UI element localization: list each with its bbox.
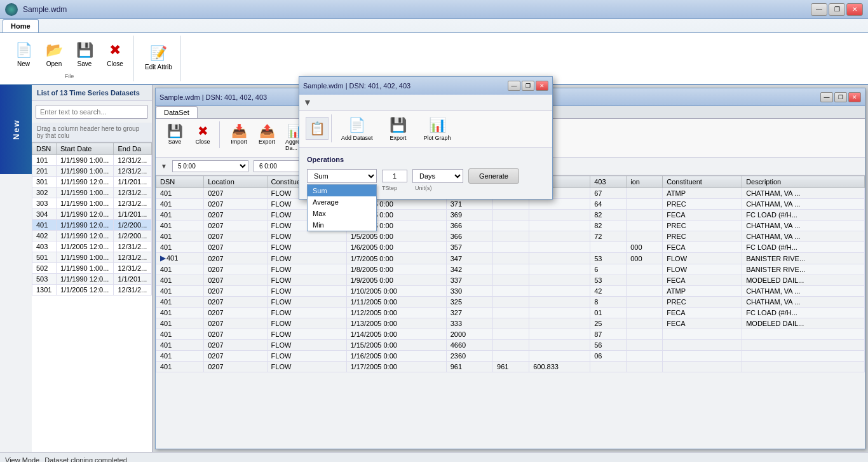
cell-location: 0207 bbox=[204, 199, 267, 210]
search-input[interactable] bbox=[36, 105, 148, 119]
col-403-h[interactable]: 403 bbox=[590, 176, 627, 188]
minimize-btn[interactable]: — bbox=[811, 3, 827, 16]
left-table-row[interactable]: 501 1/1/1990 1:00... 12/31/2... bbox=[32, 252, 152, 263]
save-button[interactable]: 💾 Save bbox=[70, 37, 99, 71]
restore-btn[interactable]: ❐ bbox=[829, 3, 845, 16]
cell-start: 1/1/1990 12:0... bbox=[56, 177, 114, 187]
dropdown-item-min[interactable]: Min bbox=[308, 219, 376, 231]
main-table-row[interactable]: 401 0207 FLOW 1/12/2005 0:00 327 01 FECA… bbox=[156, 308, 865, 318]
plot-graph-btn[interactable]: 📊 Plot Graph bbox=[419, 114, 456, 144]
cell-const2: PREC bbox=[663, 297, 742, 308]
interval-input[interactable] bbox=[382, 170, 407, 182]
toolbar-save-btn[interactable]: 💾 Save bbox=[162, 123, 187, 147]
cell-end: 12/31/2... bbox=[114, 252, 152, 263]
new-button[interactable]: 📄 New bbox=[9, 37, 38, 71]
inner-close-btn[interactable]: ✕ bbox=[848, 92, 861, 102]
main-table-row[interactable]: ▶401 0207 FLOW 1/7/2005 0:00 347 53 000 … bbox=[156, 253, 865, 264]
col-start-date[interactable]: Start Date bbox=[56, 143, 114, 155]
left-table-row[interactable]: 301 1/1/1990 12:0... 1/1/201... bbox=[32, 177, 152, 187]
left-table-row[interactable]: 1301 1/1/2005 12:0... 12/31/2... bbox=[32, 285, 152, 296]
col-description-h[interactable]: Description bbox=[742, 176, 865, 188]
inner-restore-btn[interactable]: ❐ bbox=[834, 92, 847, 102]
col-dsn-h[interactable]: DSN bbox=[156, 176, 204, 188]
generate-button[interactable]: Generate bbox=[468, 168, 519, 184]
main-table-row[interactable]: 401 0207 FLOW 1/11/2005 0:00 325 8 PREC … bbox=[156, 297, 865, 308]
cell-const2: ATMP bbox=[663, 188, 742, 199]
modal-minimize-btn[interactable]: — bbox=[508, 81, 520, 91]
main-table-row[interactable]: 401 0207 FLOW 1/8/2005 0:00 342 6 FLOW B… bbox=[156, 264, 865, 275]
main-table-row[interactable]: 401 0207 FLOW 1/2/2005 0:00 371 64 PREC … bbox=[156, 199, 865, 210]
dropdown-item-max[interactable]: Max bbox=[308, 208, 376, 219]
cell-value: 337 bbox=[446, 275, 492, 286]
main-table-row[interactable]: 401 0207 FLOW 1/15/2005 0:00 4660 56 bbox=[156, 340, 865, 351]
close-button[interactable]: ✖ Close bbox=[100, 37, 130, 71]
close-btn[interactable]: ✕ bbox=[846, 3, 863, 16]
left-table-row[interactable]: 401 1/1/1990 12:0... 1/2/200... bbox=[32, 220, 152, 231]
left-table-row[interactable]: 303 1/1/1990 1:00... 12/31/2... bbox=[32, 198, 152, 209]
cell-v3 bbox=[529, 221, 590, 231]
dropdown-item-average[interactable]: Average bbox=[308, 196, 376, 208]
data-table-container[interactable]: DSN Location Constituent Date Time ▲ Val… bbox=[156, 175, 865, 449]
col-dsn[interactable]: DSN bbox=[32, 143, 57, 155]
cell-constituent: FLOW bbox=[267, 231, 346, 242]
col-location-h[interactable]: Location bbox=[204, 176, 267, 188]
cell-const2: FECA bbox=[663, 318, 742, 329]
cell-ion bbox=[627, 318, 663, 329]
cell-datetime: 1/17/2005 0:00 bbox=[346, 362, 446, 372]
main-table-row[interactable]: 401 0207 FLOW 1/16/2005 0:00 2360 06 bbox=[156, 351, 865, 362]
main-table-row[interactable]: 401 0207 FLOW 1/10/2005 0:00 330 42 ATMP… bbox=[156, 286, 865, 297]
left-table-row[interactable]: 302 1/1/1990 1:00... 12/31/2... bbox=[32, 187, 152, 198]
main-table-row[interactable]: 401 0207 FLOW 1/9/2005 0:00 337 53 FECA … bbox=[156, 275, 865, 286]
tab-home[interactable]: Home bbox=[3, 19, 39, 32]
date1-select[interactable]: 5 0:00 bbox=[172, 160, 248, 172]
cell-v3 bbox=[529, 199, 590, 210]
left-table-row[interactable]: 101 1/1/1990 1:00... 12/31/2... bbox=[32, 155, 152, 166]
left-table-row[interactable]: 503 1/1/1990 12:0... 1/1/201... bbox=[32, 274, 152, 285]
cell-v3 bbox=[529, 264, 590, 275]
left-table-row[interactable]: 304 1/1/1990 12:0... 1/1/201... bbox=[32, 209, 152, 220]
side-new-button[interactable]: New bbox=[0, 85, 32, 174]
dropdown-item-sum[interactable]: Sum bbox=[308, 185, 376, 196]
cell-end: 12/31/2... bbox=[114, 285, 152, 296]
col-end-date[interactable]: End Da bbox=[114, 143, 152, 155]
col-ion-h[interactable]: ion bbox=[627, 176, 663, 188]
open-button[interactable]: 📂 Open bbox=[39, 37, 69, 71]
add-dataset-btn[interactable]: 📄 Add Dataset bbox=[337, 114, 377, 144]
operation-select[interactable]: Sum Average Max Min bbox=[307, 169, 377, 183]
toolbar-export-btn[interactable]: 📤 Export bbox=[254, 123, 280, 153]
main-table-row[interactable]: 401 0207 FLOW 1/14/2005 0:00 2000 87 bbox=[156, 329, 865, 340]
modal-export-label: Export bbox=[390, 135, 407, 141]
left-table-row[interactable]: 403 1/1/2005 12:0... 12/31/2... bbox=[32, 241, 152, 252]
left-data-grid[interactable]: DSN Start Date End Da 101 1/1/1990 1:00.… bbox=[32, 142, 152, 452]
cell-location: 0207 bbox=[204, 329, 267, 340]
toolbar-close-btn[interactable]: ✖ Close bbox=[190, 123, 215, 147]
main-table-row[interactable]: 401 0207 FLOW 1/13/2005 0:00 333 25 FECA… bbox=[156, 318, 865, 329]
left-table-row[interactable]: 402 1/1/1990 12:0... 1/2/200... bbox=[32, 231, 152, 241]
panel-title: List of 13 Time Series Datasets bbox=[32, 85, 152, 101]
cell-ion bbox=[627, 264, 663, 275]
main-table-row[interactable]: 401 0207 FLOW 1/3/2005 0:00 369 82 FECA … bbox=[156, 210, 865, 221]
cell-end: 12/31/2... bbox=[114, 155, 152, 166]
cell-v3 bbox=[529, 253, 590, 264]
cell-const2: FLOW bbox=[663, 253, 742, 264]
cell-dsn: 401 bbox=[156, 340, 204, 351]
main-table-row[interactable]: 401 0207 FLOW 1/4/2005 0:00 366 82 PREC … bbox=[156, 221, 865, 231]
left-table-row[interactable]: 502 1/1/1990 1:00... 12/31/2... bbox=[32, 263, 152, 274]
cell-datetime: 1/13/2005 0:00 bbox=[346, 318, 446, 329]
main-table-row[interactable]: 401 0207 FLOW 1/6/2005 0:00 357 000 FECA… bbox=[156, 242, 865, 253]
col-constituent2-h[interactable]: Constituent bbox=[663, 176, 742, 188]
modal-export-btn[interactable]: 💾 Export bbox=[383, 114, 414, 144]
main-table-row[interactable]: 401 0207 FLOW 1/5/2005 0:00 366 72 PREC … bbox=[156, 231, 865, 242]
left-table-row[interactable]: 201 1/1/1990 1:00... 12/31/2... bbox=[32, 166, 152, 177]
toolbar-import-btn[interactable]: 📥 Import bbox=[226, 123, 252, 153]
main-table-row[interactable]: 401 0207 FLOW 1/17/2005 0:00 961 961 600… bbox=[156, 362, 865, 372]
edit-attrib-button[interactable]: 📝 Edit Attrib bbox=[140, 41, 177, 74]
modal-close-btn[interactable]: ✕ bbox=[536, 81, 548, 91]
modal-dropdown-arrow[interactable]: ▼ bbox=[303, 97, 312, 107]
cell-constituent: FLOW bbox=[267, 340, 346, 351]
tab-dataset[interactable]: DataSet bbox=[156, 106, 198, 118]
modal-restore-btn[interactable]: ❐ bbox=[522, 81, 534, 91]
unit-select[interactable]: Days bbox=[412, 169, 463, 183]
cell-desc: CHATHAM, VA ... bbox=[742, 221, 865, 231]
inner-minimize-btn[interactable]: — bbox=[820, 92, 833, 102]
